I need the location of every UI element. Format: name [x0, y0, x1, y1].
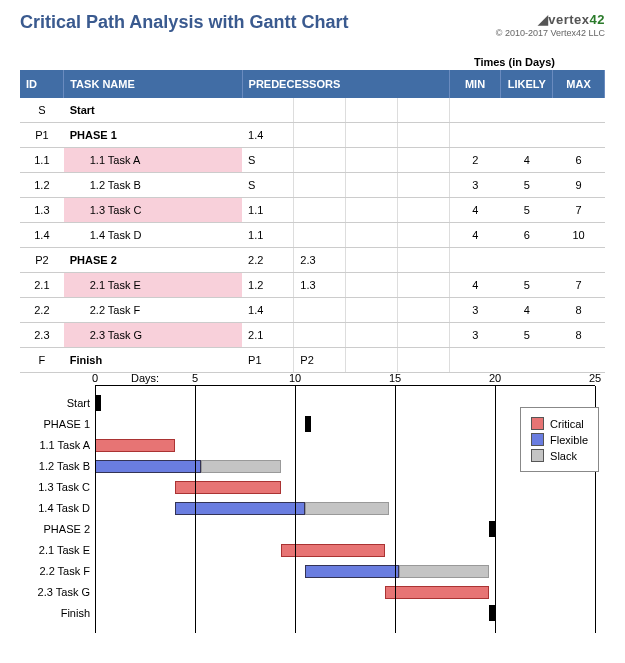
cell-pred[interactable]: [346, 273, 398, 298]
cell-min[interactable]: 3: [449, 323, 501, 348]
cell-likely[interactable]: 4: [501, 148, 553, 173]
cell-pred[interactable]: [294, 323, 346, 348]
cell-max[interactable]: [553, 348, 605, 373]
cell-likely[interactable]: [501, 123, 553, 148]
cell-name[interactable]: 2.2 Task F: [64, 298, 242, 323]
cell-id[interactable]: 2.1: [20, 273, 64, 298]
cell-pred[interactable]: [397, 148, 449, 173]
cell-name[interactable]: 1.2 Task B: [64, 173, 242, 198]
cell-max[interactable]: 7: [553, 273, 605, 298]
cell-max[interactable]: 8: [553, 323, 605, 348]
cell-pred[interactable]: P2: [294, 348, 346, 373]
cell-likely[interactable]: [501, 98, 553, 123]
cell-pred[interactable]: [346, 123, 398, 148]
cell-likely[interactable]: [501, 248, 553, 273]
cell-likely[interactable]: [501, 348, 553, 373]
cell-id[interactable]: 1.1: [20, 148, 64, 173]
cell-max[interactable]: 7: [553, 198, 605, 223]
cell-pred[interactable]: [294, 198, 346, 223]
cell-name[interactable]: 2.3 Task G: [64, 323, 242, 348]
cell-pred[interactable]: [397, 273, 449, 298]
cell-pred[interactable]: [346, 348, 398, 373]
table-row[interactable]: SStart: [20, 98, 605, 123]
cell-pred[interactable]: [346, 173, 398, 198]
cell-min[interactable]: 3: [449, 298, 501, 323]
cell-pred[interactable]: [397, 123, 449, 148]
cell-min[interactable]: [449, 248, 501, 273]
table-row[interactable]: 2.32.3 Task G2.1358: [20, 323, 605, 348]
cell-max[interactable]: 10: [553, 223, 605, 248]
cell-pred[interactable]: 2.3: [294, 248, 346, 273]
cell-pred[interactable]: S: [242, 148, 294, 173]
cell-likely[interactable]: 5: [501, 198, 553, 223]
cell-name[interactable]: PHASE 1: [64, 123, 242, 148]
cell-id[interactable]: P1: [20, 123, 64, 148]
cell-min[interactable]: 4: [449, 223, 501, 248]
cell-likely[interactable]: 5: [501, 323, 553, 348]
cell-pred[interactable]: 1.1: [242, 198, 294, 223]
cell-pred[interactable]: P1: [242, 348, 294, 373]
cell-id[interactable]: 2.2: [20, 298, 64, 323]
cell-id[interactable]: 1.3: [20, 198, 64, 223]
cell-name[interactable]: Finish: [64, 348, 242, 373]
cell-pred[interactable]: [294, 298, 346, 323]
cell-pred[interactable]: 1.4: [242, 123, 294, 148]
cell-pred[interactable]: [397, 98, 449, 123]
cell-min[interactable]: [449, 123, 501, 148]
cell-pred[interactable]: [294, 123, 346, 148]
cell-min[interactable]: 4: [449, 273, 501, 298]
cell-pred[interactable]: [294, 98, 346, 123]
cell-pred[interactable]: 1.2: [242, 273, 294, 298]
cell-name[interactable]: PHASE 2: [64, 248, 242, 273]
table-row[interactable]: FFinishP1P2: [20, 348, 605, 373]
cell-pred[interactable]: 2.2: [242, 248, 294, 273]
cell-likely[interactable]: 4: [501, 298, 553, 323]
cell-pred[interactable]: [397, 323, 449, 348]
table-row[interactable]: 1.11.1 Task AS246: [20, 148, 605, 173]
cell-id[interactable]: P2: [20, 248, 64, 273]
cell-name[interactable]: Start: [64, 98, 242, 123]
table-row[interactable]: P2PHASE 22.22.3: [20, 248, 605, 273]
cell-min[interactable]: 4: [449, 198, 501, 223]
cell-name[interactable]: 2.1 Task E: [64, 273, 242, 298]
cell-pred[interactable]: [242, 98, 294, 123]
cell-pred[interactable]: [346, 298, 398, 323]
table-row[interactable]: 1.31.3 Task C1.1457: [20, 198, 605, 223]
cell-pred[interactable]: 1.1: [242, 223, 294, 248]
cell-pred[interactable]: 1.4: [242, 298, 294, 323]
table-row[interactable]: 2.22.2 Task F1.4348: [20, 298, 605, 323]
cell-pred[interactable]: [346, 98, 398, 123]
table-row[interactable]: 1.21.2 Task BS359: [20, 173, 605, 198]
cell-id[interactable]: F: [20, 348, 64, 373]
cell-pred[interactable]: [397, 298, 449, 323]
cell-min[interactable]: 2: [449, 148, 501, 173]
cell-pred[interactable]: [346, 198, 398, 223]
cell-likely[interactable]: 5: [501, 173, 553, 198]
cell-id[interactable]: S: [20, 98, 64, 123]
cell-min[interactable]: [449, 348, 501, 373]
cell-pred[interactable]: [397, 248, 449, 273]
table-row[interactable]: 2.12.1 Task E1.21.3457: [20, 273, 605, 298]
table-row[interactable]: 1.41.4 Task D1.14610: [20, 223, 605, 248]
cell-pred[interactable]: [294, 148, 346, 173]
cell-name[interactable]: 1.4 Task D: [64, 223, 242, 248]
cell-pred[interactable]: 2.1: [242, 323, 294, 348]
cell-max[interactable]: 9: [553, 173, 605, 198]
cell-id[interactable]: 2.3: [20, 323, 64, 348]
cell-pred[interactable]: [346, 223, 398, 248]
cell-likely[interactable]: 6: [501, 223, 553, 248]
cell-pred[interactable]: [346, 248, 398, 273]
cell-pred[interactable]: [397, 223, 449, 248]
cell-pred[interactable]: [397, 173, 449, 198]
cell-min[interactable]: [449, 98, 501, 123]
cell-pred[interactable]: [346, 323, 398, 348]
table-row[interactable]: P1PHASE 11.4: [20, 123, 605, 148]
cell-max[interactable]: 6: [553, 148, 605, 173]
cell-pred[interactable]: [294, 223, 346, 248]
cell-name[interactable]: 1.3 Task C: [64, 198, 242, 223]
cell-pred[interactable]: [397, 198, 449, 223]
cell-likely[interactable]: 5: [501, 273, 553, 298]
cell-max[interactable]: 8: [553, 298, 605, 323]
cell-pred[interactable]: 1.3: [294, 273, 346, 298]
cell-max[interactable]: [553, 98, 605, 123]
